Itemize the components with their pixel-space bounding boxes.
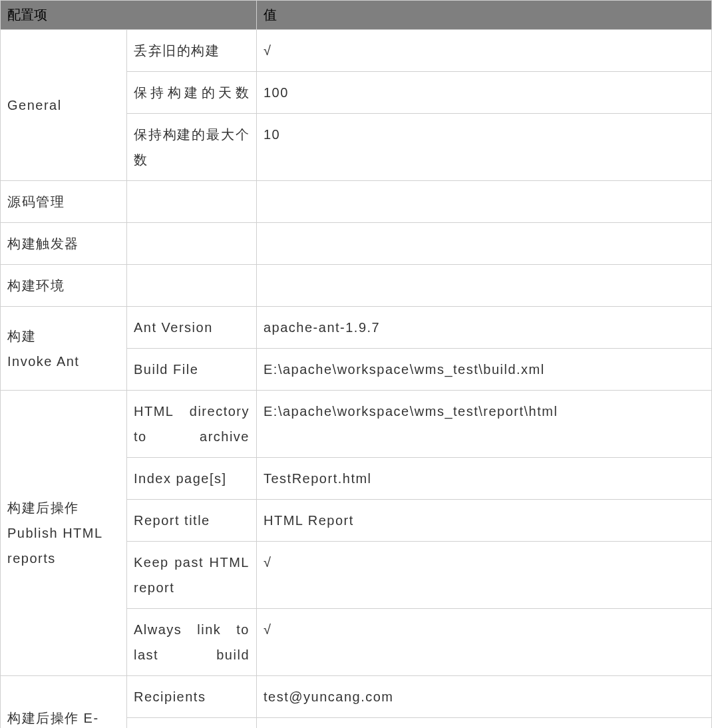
key-cell: Ant Version [127, 307, 257, 349]
section-cell: 源码管理 [1, 181, 127, 223]
value-cell: HTML Report [257, 500, 712, 542]
table-row: 构建环境 [1, 265, 712, 307]
value-cell: E:\apache\workspace\wms_test\build.xml [257, 349, 712, 391]
table-row: 构建后操作 E-mail NotificationRecipientstest@… [1, 676, 712, 718]
key-cell [127, 181, 257, 223]
value-cell: apache-ant-1.9.7 [257, 307, 712, 349]
value-cell [257, 223, 712, 265]
header-config-item: 配置项 [1, 1, 257, 30]
section-cell: General [1, 30, 127, 181]
section-cell: 构建环境 [1, 265, 127, 307]
key-cell: 保持构建的最大个数 [127, 114, 257, 181]
table-body: General丢弃旧的构建√保持构建的天数100保持构建的最大个数10源码管理构… [1, 30, 712, 729]
key-cell: HTML directory to archive [127, 391, 257, 458]
table-row: 源码管理 [1, 181, 712, 223]
key-cell: 丢弃旧的构建 [127, 30, 257, 72]
value-cell: √ [257, 30, 712, 72]
key-cell: Keep past HTML report [127, 542, 257, 609]
key-cell: 保持构建的天数 [127, 72, 257, 114]
value-cell: 100 [257, 72, 712, 114]
table-row: 构建触发器 [1, 223, 712, 265]
table-row: 构建后操作 Publish HTML reportsHTML directory… [1, 391, 712, 458]
section-cell: 构建后操作 E-mail Notification [1, 676, 127, 729]
key-cell [127, 265, 257, 307]
key-cell: Report title [127, 500, 257, 542]
value-cell [257, 718, 712, 729]
key-cell: Always link to last build [127, 609, 257, 676]
header-value: 值 [257, 1, 712, 30]
section-cell: 构建 Invoke Ant [1, 307, 127, 391]
key-cell [127, 223, 257, 265]
key-cell: Index page[s] [127, 458, 257, 500]
value-cell: 10 [257, 114, 712, 181]
table-row: General丢弃旧的构建√ [1, 30, 712, 72]
config-table: 配置项 值 General丢弃旧的构建√保持构建的天数100保持构建的最大个数1… [0, 0, 712, 728]
value-cell: TestReport.html [257, 458, 712, 500]
value-cell: test@yuncang.com [257, 676, 712, 718]
table-row: 构建 Invoke AntAnt Versionapache-ant-1.9.7 [1, 307, 712, 349]
key-cell: Build File [127, 349, 257, 391]
section-cell: 构建触发器 [1, 223, 127, 265]
key-cell: 每次不稳定的构建都发送邮件通知 [127, 718, 257, 729]
value-cell: √ [257, 609, 712, 676]
key-cell: Recipients [127, 676, 257, 718]
value-cell [257, 181, 712, 223]
value-cell: √ [257, 542, 712, 609]
value-cell [257, 265, 712, 307]
section-cell: 构建后操作 Publish HTML reports [1, 391, 127, 676]
value-cell: E:\apache\workspace\wms_test\report\html [257, 391, 712, 458]
